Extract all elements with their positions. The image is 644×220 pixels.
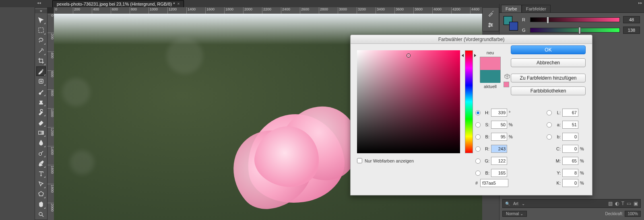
field-lab-b[interactable]	[562, 133, 578, 141]
pen-tool[interactable]	[36, 158, 46, 168]
horizontal-ruler[interactable]: 0200400600800100012001400160018002000220…	[54, 7, 482, 14]
brush-tool[interactable]	[36, 87, 46, 96]
field-k[interactable]	[562, 179, 578, 187]
field-hex[interactable]	[480, 179, 508, 187]
svg-point-7	[491, 24, 492, 25]
type-tool[interactable]	[36, 169, 46, 178]
art-icon-image[interactable]: ▧	[608, 201, 613, 206]
rgb-sliders: R 48 G 138	[522, 16, 640, 37]
slider-r[interactable]	[530, 17, 620, 22]
slider-r-label: R	[522, 17, 527, 22]
vertical-ruler[interactable]: 0200400600800100012001400160018002000	[47, 14, 54, 220]
color-value-fields: H:° L: S:% a: B:% b: R: C:% G: M:% B: Y:…	[475, 107, 586, 179]
eraser-tool[interactable]	[36, 117, 46, 127]
color-picker-dialog: Farbwähler (Vordergrundfarbe) neu aktuel…	[350, 35, 592, 195]
eyedropper-tool[interactable]	[36, 66, 46, 76]
search-icon[interactable]: 🔍	[505, 201, 510, 206]
add-to-swatches-button[interactable]: Zu Farbfeldern hinzufügen	[511, 74, 586, 82]
color-compare-swatch[interactable]	[480, 57, 501, 82]
field-h[interactable]	[491, 109, 507, 117]
lasso-tool[interactable]	[36, 36, 46, 45]
art-icon-folder[interactable]: ▣	[634, 201, 638, 206]
sb-cursor[interactable]	[407, 53, 411, 58]
field-l[interactable]	[562, 109, 578, 117]
dialog-title: Farbwähler (Vordergrundfarbe)	[438, 37, 505, 42]
svg-point-5	[39, 212, 42, 216]
radio-a[interactable]	[547, 122, 552, 127]
hue-slider-thumb[interactable]	[462, 54, 475, 57]
radio-b[interactable]	[475, 134, 481, 140]
field-m[interactable]	[562, 157, 578, 165]
blend-mode-select[interactable]: Normal ⌄	[502, 211, 527, 217]
background-swatch[interactable]	[509, 22, 518, 31]
svg-rect-0	[39, 28, 43, 33]
crop-tool[interactable]	[36, 56, 46, 66]
web-colors-only-label: Nur Webfarben anzeigen	[365, 158, 414, 163]
slider-g-value[interactable]: 138	[623, 27, 640, 34]
collapsed-panel-dock[interactable]	[482, 7, 499, 31]
fg-bg-swatch[interactable]	[504, 16, 518, 31]
magic-wand-tool[interactable]	[36, 46, 46, 55]
field-g[interactable]	[491, 157, 507, 165]
dodge-tool[interactable]	[36, 148, 46, 158]
path-selection-tool[interactable]	[36, 179, 46, 188]
radio-g[interactable]	[475, 158, 481, 164]
radio-h[interactable]	[475, 110, 481, 115]
label-aktuell: aktuell	[479, 84, 502, 89]
art-icon-adjust[interactable]: ◐	[615, 201, 619, 206]
zoom-tool[interactable]	[36, 210, 46, 219]
brushes-panel-icon[interactable]	[486, 9, 495, 18]
chevron-down-icon[interactable]: ⌄	[522, 201, 525, 206]
document-tab[interactable]: pexels-photo-736231.jpeg bei 23,1% (Hint…	[52, 0, 184, 7]
slider-r-value[interactable]: 48	[623, 16, 640, 23]
gamut-warning-icon[interactable]	[504, 74, 510, 79]
bokeh-blur	[70, 150, 94, 175]
marquee-tool[interactable]	[36, 25, 46, 35]
ok-button[interactable]: OK	[511, 45, 586, 54]
blur-tool[interactable]	[36, 138, 46, 147]
web-colors-only-checkbox[interactable]	[357, 158, 362, 163]
field-y[interactable]	[562, 169, 578, 177]
label-neu: neu	[479, 50, 502, 55]
dialog-titlebar[interactable]: Farbwähler (Vordergrundfarbe)	[351, 35, 592, 44]
cancel-button[interactable]: Abbrechen	[511, 58, 586, 67]
opacity-value[interactable]: 100%	[625, 211, 641, 217]
art-icon-shape[interactable]: ▭	[627, 201, 631, 206]
healing-brush-tool[interactable]	[36, 77, 46, 86]
radio-lab-b[interactable]	[547, 134, 552, 140]
hue-slider[interactable]	[465, 50, 473, 153]
svg-marker-4	[39, 191, 43, 196]
art-panel-header[interactable]: 🔍 Art ⌄ ▧ ◐ T ▭ ▣	[502, 199, 641, 208]
tab-farbe[interactable]: Farbe	[501, 5, 522, 12]
art-icon-type[interactable]: T	[621, 201, 624, 206]
hand-tool[interactable]	[36, 199, 46, 209]
clone-stamp-tool[interactable]	[36, 97, 46, 107]
field-b[interactable]	[491, 133, 507, 141]
field-c[interactable]	[562, 145, 578, 153]
radio-s[interactable]	[475, 122, 481, 127]
radio-r[interactable]	[475, 146, 481, 152]
bokeh-blur	[167, 38, 203, 74]
gradient-tool[interactable]	[36, 128, 46, 137]
tab-farbfelder[interactable]: Farbfelder	[522, 5, 551, 12]
new-current-swatch: neu aktuell	[479, 50, 502, 90]
radio-l[interactable]	[547, 110, 552, 115]
toolbar-collapse-handle[interactable]	[35, 9, 47, 13]
shape-tool[interactable]	[36, 189, 46, 199]
saturation-brightness-field[interactable]	[357, 50, 460, 153]
adjustments-panel-icon[interactable]	[486, 21, 495, 29]
nearest-color-swatch[interactable]	[504, 82, 509, 87]
bokeh-blur	[62, 78, 90, 106]
color-libraries-button[interactable]: Farbbibliotheken	[511, 86, 586, 95]
opacity-label: Deckkraft:	[605, 212, 623, 216]
move-tool[interactable]	[36, 15, 46, 25]
history-brush-tool[interactable]	[36, 107, 46, 117]
field-s[interactable]	[491, 121, 507, 129]
close-icon[interactable]: ×	[178, 2, 180, 6]
slider-g[interactable]	[530, 28, 620, 33]
field-r[interactable]	[491, 145, 507, 153]
field-a[interactable]	[562, 121, 578, 129]
radio-bc[interactable]	[475, 171, 481, 176]
field-blue[interactable]	[491, 169, 507, 177]
art-label: Art	[513, 201, 518, 206]
